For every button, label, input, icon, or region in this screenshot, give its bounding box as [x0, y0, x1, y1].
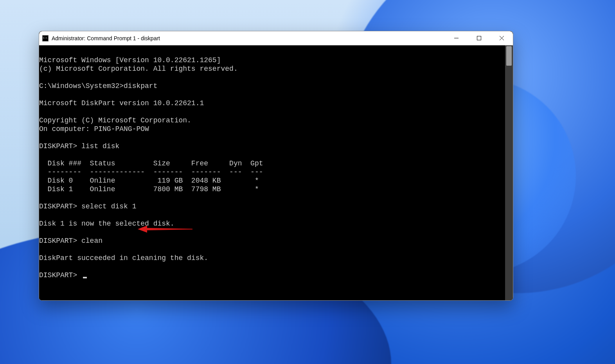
- terminal-line: -------- ------------- ------- ------- -…: [39, 168, 263, 176]
- terminal-cursor: [83, 277, 87, 278]
- maximize-icon: [477, 36, 481, 40]
- terminal-line: Microsoft DiskPart version 10.0.22621.1: [39, 99, 204, 107]
- maximize-button[interactable]: [468, 31, 490, 45]
- close-button[interactable]: [490, 31, 513, 45]
- terminal-line: DISKPART> list disk: [39, 142, 119, 150]
- terminal-line: Microsoft Windows [Version 10.0.22621.12…: [39, 56, 221, 64]
- terminal-line: DISKPART> clean: [39, 237, 102, 245]
- window-titlebar[interactable]: Administrator: Command Prompt 1 - diskpa…: [39, 31, 513, 45]
- terminal-prompt: DISKPART>: [39, 271, 81, 279]
- cmd-icon: [42, 35, 49, 41]
- terminal-line: C:\Windows\System32>diskpart: [39, 82, 157, 90]
- terminal-output[interactable]: Microsoft Windows [Version 10.0.22621.12…: [39, 45, 505, 300]
- minimize-icon: [454, 36, 459, 40]
- window-controls: [445, 31, 513, 45]
- terminal-line: DISKPART> select disk 1: [39, 203, 136, 210]
- vertical-scrollbar[interactable]: [505, 45, 513, 300]
- terminal-line: Disk 1 Online 7800 MB 7798 MB *: [39, 185, 259, 193]
- scrollbar-thumb[interactable]: [506, 46, 512, 66]
- terminal-line: On computer: PING-PANG-POW: [39, 125, 149, 133]
- terminal-line: Copyright (C) Microsoft Corporation.: [39, 117, 191, 124]
- terminal-line: Disk 0 Online 119 GB 2048 KB *: [39, 177, 259, 185]
- close-icon: [500, 36, 504, 40]
- command-prompt-window: Administrator: Command Prompt 1 - diskpa…: [39, 31, 513, 301]
- svg-rect-1: [477, 36, 481, 40]
- minimize-button[interactable]: [445, 31, 468, 45]
- terminal-line: Disk 1 is now the selected disk.: [39, 220, 174, 228]
- terminal-line: DiskPart succeeded in cleaning the disk.: [39, 254, 208, 262]
- terminal-line: (c) Microsoft Corporation. All rights re…: [39, 65, 238, 73]
- window-title: Administrator: Command Prompt 1 - diskpa…: [52, 35, 160, 41]
- terminal-line: Disk ### Status Size Free Dyn Gpt: [39, 160, 263, 167]
